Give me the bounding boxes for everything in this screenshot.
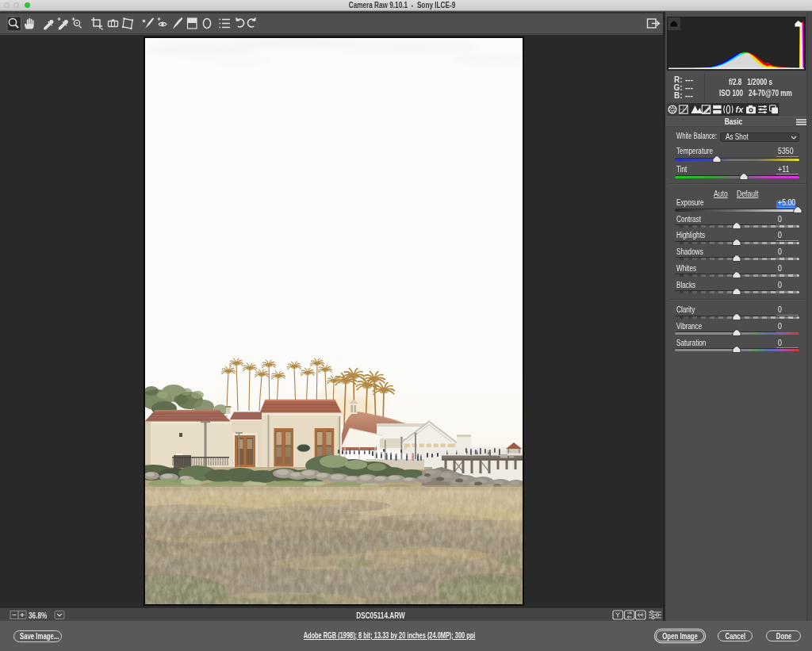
svg-text:fx: fx — [736, 105, 745, 114]
